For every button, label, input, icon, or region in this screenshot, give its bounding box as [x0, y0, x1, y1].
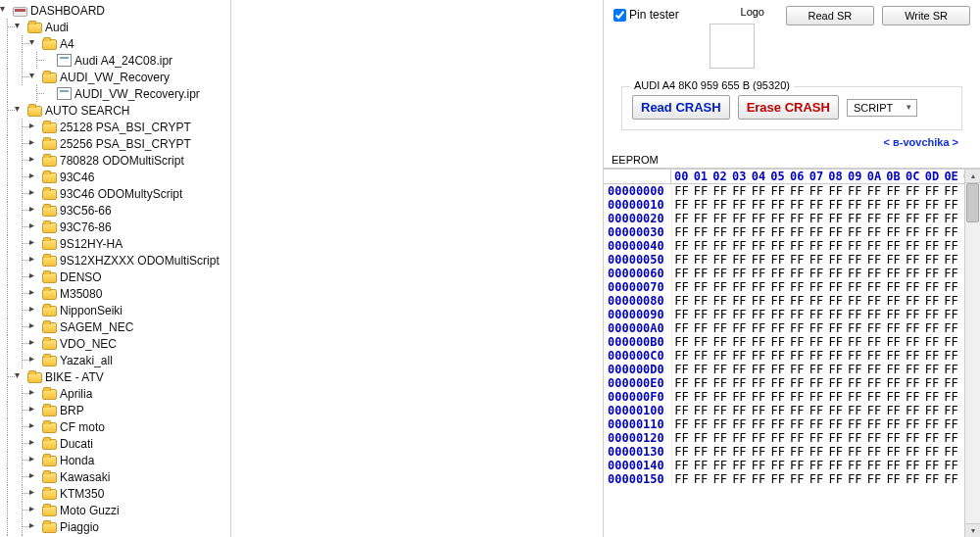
tree-toggle-icon[interactable]	[29, 521, 40, 532]
hex-row[interactable]: 00000040FFFFFFFFFFFFFFFFFFFFFFFFFFFFFFFF	[604, 239, 980, 253]
tree-autosearch[interactable]: AUTO SEARCH	[0, 102, 230, 119]
hex-row[interactable]: 00000110FFFFFFFFFFFFFFFFFFFFFFFFFFFFFFFF	[604, 417, 980, 431]
tree-as-4[interactable]: 93C46 ODOMultyScript	[0, 185, 230, 202]
hex-viewer[interactable]: 000102030405060708090A0B0C0D0E0F00000000…	[604, 169, 980, 537]
tree-bike-7[interactable]: Moto Guzzi	[0, 502, 230, 518]
tree-bike-1[interactable]: BRP	[0, 402, 230, 418]
scroll-thumb[interactable]	[966, 183, 979, 222]
read-sr-button[interactable]: Read SR	[786, 6, 875, 25]
hex-row[interactable]: 000000B0FFFFFFFFFFFFFFFFFFFFFFFFFFFFFFFF	[604, 335, 980, 349]
tree-as-10[interactable]: M35080	[0, 285, 230, 302]
hex-row[interactable]: 00000120FFFFFFFFFFFFFFFFFFFFFFFFFFFFFFFF	[604, 431, 980, 445]
tree-toggle-icon[interactable]	[29, 288, 40, 299]
tree-toggle-icon[interactable]	[29, 388, 40, 399]
tree-toggle-icon[interactable]	[29, 355, 40, 366]
tree-toggle-icon[interactable]	[29, 72, 40, 82]
tree-toggle-icon[interactable]	[15, 371, 25, 382]
tree-bike[interactable]: BIKE - ATV	[0, 368, 230, 385]
pin-tester-checkbox[interactable]: Pin tester	[613, 8, 679, 22]
tree-as-7[interactable]: 9S12HY-HA	[0, 235, 230, 252]
hex-scrollbar[interactable]: ▴ ▾	[964, 170, 980, 537]
tree-a4-file[interactable]: Audi A4_24C08.ipr	[0, 52, 230, 69]
tree-a4[interactable]: A4	[0, 35, 230, 52]
folder-icon	[42, 73, 57, 83]
tree-toggle-icon[interactable]	[15, 22, 25, 32]
tree-toggle-icon[interactable]	[29, 505, 40, 515]
tree-as-9[interactable]: DENSO	[0, 268, 230, 285]
tree-as-2[interactable]: 780828 ODOMultiScript	[0, 152, 230, 169]
tree-toggle-icon[interactable]	[29, 171, 40, 182]
hex-row[interactable]: 00000060FFFFFFFFFFFFFFFFFFFFFFFFFFFFFFFF	[604, 267, 980, 280]
tree-toggle-icon[interactable]	[29, 38, 40, 49]
tree-toggle-icon[interactable]	[29, 138, 40, 149]
tree-toggle-icon[interactable]	[15, 105, 25, 116]
tree-toggle-icon[interactable]	[44, 88, 55, 99]
tree-as-13[interactable]: VDO_NEC	[0, 335, 230, 352]
hex-row[interactable]: 00000090FFFFFFFFFFFFFFFFFFFFFFFFFFFFFFFF	[604, 308, 980, 321]
device-group: AUDI A4 8K0 959 655 B (95320) Read CRASH…	[621, 86, 962, 130]
hex-row[interactable]: 00000070FFFFFFFFFFFFFFFFFFFFFFFFFFFFFFFF	[604, 280, 980, 294]
read-crash-button[interactable]: Read CRASH	[632, 95, 730, 120]
scroll-up-icon[interactable]: ▴	[965, 170, 980, 183]
hex-row[interactable]: 000000C0FFFFFFFFFFFFFFFFFFFFFFFFFFFFFFFF	[604, 349, 980, 363]
tree-as-14[interactable]: Yazaki_all	[0, 352, 230, 368]
hex-row[interactable]: 00000000FFFFFFFFFFFFFFFFFFFFFFFFFFFFFFFF	[604, 184, 980, 198]
hex-row[interactable]: 00000140FFFFFFFFFFFFFFFFFFFFFFFFFFFFFFFF	[604, 459, 980, 472]
tree-toggle-icon[interactable]	[29, 238, 40, 249]
tree-audi[interactable]: Audi	[0, 19, 230, 35]
tree-toggle-icon[interactable]	[29, 471, 40, 482]
hex-row[interactable]: 00000080FFFFFFFFFFFFFFFFFFFFFFFFFFFFFFFF	[604, 294, 980, 308]
hex-row[interactable]: 000000D0FFFFFFFFFFFFFFFFFFFFFFFFFFFFFFFF	[604, 363, 980, 376]
tree-toggle-icon[interactable]	[0, 5, 11, 16]
hex-row[interactable]: 00000030FFFFFFFFFFFFFFFFFFFFFFFFFFFFFFFF	[604, 225, 980, 239]
tree-bike-6[interactable]: KTM350	[0, 485, 230, 502]
tree-dashboard[interactable]: DASHBOARD	[0, 2, 230, 19]
tree-toggle-icon[interactable]	[29, 321, 40, 332]
tree-toggle-icon[interactable]	[29, 488, 40, 499]
tree-bike-4[interactable]: Honda	[0, 452, 230, 468]
hex-row[interactable]: 00000150FFFFFFFFFFFFFFFFFFFFFFFFFFFFFFFF	[604, 472, 980, 486]
tree-as-12[interactable]: SAGEM_NEC	[0, 318, 230, 335]
tree-as-11[interactable]: NipponSeiki	[0, 302, 230, 318]
tree-toggle-icon[interactable]	[29, 221, 40, 232]
tree-bike-0[interactable]: Aprilia	[0, 385, 230, 402]
tree-bike-2[interactable]: CF moto	[0, 418, 230, 435]
scroll-down-icon[interactable]: ▾	[965, 523, 980, 537]
tree-toggle-icon[interactable]	[29, 338, 40, 349]
tree-toggle-icon[interactable]	[29, 255, 40, 266]
tree-as-6[interactable]: 93C76-86	[0, 219, 230, 235]
hex-row[interactable]: 00000050FFFFFFFFFFFFFFFFFFFFFFFFFFFFFFFF	[604, 253, 980, 267]
tree-toggle-icon[interactable]	[29, 155, 40, 166]
tree-toggle-icon[interactable]	[29, 205, 40, 216]
tree-toggle-icon[interactable]	[29, 305, 40, 316]
tree-as-0[interactable]: 25128 PSA_BSI_CRYPT	[0, 119, 230, 135]
tree-as-3[interactable]: 93C46	[0, 169, 230, 185]
tree-audivw[interactable]: AUDI_VW_Recovery	[0, 69, 230, 85]
tree-toggle-icon[interactable]	[29, 122, 40, 132]
tree-audivw-file[interactable]: AUDI_VW_Recovery.ipr	[0, 85, 230, 102]
tree-bike-5[interactable]: Kawasaki	[0, 468, 230, 485]
hex-row[interactable]: 000000F0FFFFFFFFFFFFFFFFFFFFFFFFFFFFFFFF	[604, 390, 980, 404]
tree-toggle-icon[interactable]	[29, 438, 40, 449]
hex-row[interactable]: 00000020FFFFFFFFFFFFFFFFFFFFFFFFFFFFFFFF	[604, 212, 980, 225]
tree-as-1[interactable]: 25256 PSA_BSI_CRYPT	[0, 135, 230, 152]
tree-bike-8[interactable]: Piaggio	[0, 518, 230, 535]
tree-toggle-icon[interactable]	[29, 421, 40, 432]
pin-tester-input[interactable]	[613, 9, 626, 22]
erase-crash-button[interactable]: Erase CRASH	[738, 95, 839, 120]
hex-row[interactable]: 000000E0FFFFFFFFFFFFFFFFFFFFFFFFFFFFFFFF	[604, 376, 980, 390]
tree-toggle-icon[interactable]	[44, 55, 55, 66]
tree-as-5[interactable]: 93C56-66	[0, 202, 230, 219]
write-sr-button[interactable]: Write SR	[882, 6, 970, 25]
tree-toggle-icon[interactable]	[29, 188, 40, 199]
tree-toggle-icon[interactable]	[29, 271, 40, 282]
tree-toggle-icon[interactable]	[29, 405, 40, 415]
hex-row[interactable]: 00000130FFFFFFFFFFFFFFFFFFFFFFFFFFFFFFFF	[604, 445, 980, 459]
script-select[interactable]: SCRIPT	[847, 99, 917, 117]
hex-row[interactable]: 00000010FFFFFFFFFFFFFFFFFFFFFFFFFFFFFFFF	[604, 198, 980, 212]
tree-bike-3[interactable]: Ducati	[0, 435, 230, 452]
tree-as-8[interactable]: 9S12XHZXXX ODOMultiScript	[0, 252, 230, 268]
tree-toggle-icon[interactable]	[29, 455, 40, 465]
hex-row[interactable]: 00000100FFFFFFFFFFFFFFFFFFFFFFFFFFFFFFFF	[604, 404, 980, 417]
hex-row[interactable]: 000000A0FFFFFFFFFFFFFFFFFFFFFFFFFFFFFFFF	[604, 321, 980, 335]
